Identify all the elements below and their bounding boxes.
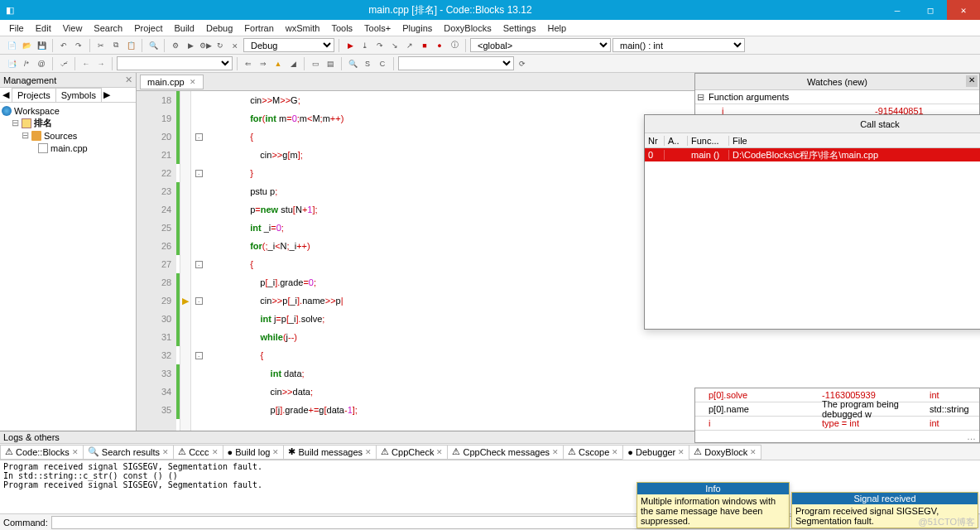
arrow2-icon[interactable]: ⇒ (257, 57, 270, 70)
cs-col-a[interactable]: A.. (665, 136, 688, 146)
file-tab-main[interactable]: main.cpp ✕ (140, 75, 204, 89)
minimize-button[interactable]: — (881, 0, 914, 20)
more-icon[interactable]: … (695, 431, 979, 442)
new-file-icon[interactable]: 📄 (5, 39, 18, 52)
info-icon[interactable]: ⓘ (448, 39, 461, 52)
menu-settings[interactable]: Settings (499, 23, 540, 33)
watch-row[interactable]: itype = intint (695, 417, 979, 431)
stop-debug-icon[interactable]: ■ (418, 39, 431, 52)
list-icon[interactable]: ▤ (324, 57, 337, 70)
menu-view[interactable]: View (59, 23, 87, 33)
cut-icon[interactable]: ✂ (94, 39, 108, 52)
log-tab-doxyblock[interactable]: ⚠DoxyBlock✕ (689, 445, 761, 460)
menu-tools+[interactable]: Tools+ (360, 23, 395, 33)
scope-right-select[interactable]: main() : int (612, 38, 745, 52)
menu-project[interactable]: Project (130, 23, 166, 33)
at-icon[interactable]: @ (35, 57, 48, 70)
watches-bottom-panel[interactable]: p[0].solve-1163005939intp[0].nameThe pro… (694, 388, 980, 443)
redo-icon[interactable]: ↷ (72, 39, 85, 52)
log-tab-cppcheck[interactable]: ⚠CppCheck✕ (376, 445, 448, 460)
file-tab-close-icon[interactable]: ✕ (190, 78, 196, 86)
tag-c-icon[interactable]: C (376, 57, 389, 70)
sel-icon[interactable]: ▭ (309, 57, 322, 70)
close-button[interactable]: ✕ (947, 0, 980, 20)
log-tab-code-blocks[interactable]: ⚠Code::Blocks✕ (0, 445, 84, 460)
watch-row[interactable]: p[0].nameThe program being debugged wstd… (695, 402, 979, 417)
cs-col-nr[interactable]: Nr (645, 136, 665, 146)
nav-back-icon[interactable]: ← (79, 57, 93, 70)
project-tree[interactable]: Workspace ⊟排名 ⊟Sources main.cpp (0, 103, 136, 431)
open-icon[interactable]: 📂 (20, 39, 33, 52)
eraser-icon[interactable]: ◢ (286, 57, 300, 70)
watches-panel[interactable]: Watches (new)✕ ⊟Function arguments j-915… (694, 73, 980, 119)
tag-s-icon[interactable]: S (361, 57, 374, 70)
menu-plugins[interactable]: Plugins (398, 23, 436, 33)
doxy-icon[interactable]: 📑 (5, 57, 18, 70)
abort-icon[interactable]: ⨯ (228, 39, 242, 52)
info-note[interactable]: Info Multiple information windows with t… (637, 482, 790, 528)
management-title: Management (3, 75, 56, 85)
log-tab-cccc[interactable]: ⚠Cccc✕ (173, 445, 223, 460)
breakpoint-icon[interactable]: ● (433, 39, 446, 52)
log-tab-cppcheck-messages[interactable]: ⚠CppCheck messages✕ (447, 445, 564, 460)
management-close-icon[interactable]: ✕ (125, 75, 132, 85)
menu-debug[interactable]: Debug (202, 23, 237, 33)
info-note-text: Multiple information windows with the sa… (641, 496, 776, 526)
tab-projects[interactable]: Projects (12, 88, 56, 102)
collapse-icon[interactable]: ⊟ (695, 92, 705, 103)
log-tab-debugger[interactable]: ●Debugger✕ (622, 445, 689, 460)
menu-tools[interactable]: Tools (327, 23, 357, 33)
log-tab-build-log[interactable]: ●Build log✕ (223, 445, 285, 460)
log-tab-cscope[interactable]: ⚠Cscope✕ (563, 445, 623, 460)
highlight-icon[interactable]: ▲ (271, 57, 285, 70)
copy-icon[interactable]: ⧉ (109, 39, 122, 52)
menu-help[interactable]: Help (543, 23, 570, 33)
debug-start-icon[interactable]: ▶ (343, 39, 357, 52)
save-icon[interactable]: 💾 (35, 39, 48, 52)
menu-search[interactable]: Search (89, 23, 127, 33)
nav-fwd-icon[interactable]: → (94, 57, 108, 70)
project-icon (22, 118, 31, 128)
log-tab-build-messages[interactable]: ✱Build messages✕ (283, 445, 377, 460)
menu-build[interactable]: Build (170, 23, 198, 33)
menu-edit[interactable]: Edit (31, 23, 55, 33)
menu-file[interactable]: File (5, 23, 28, 33)
build-run-icon[interactable]: ⚙▶ (199, 39, 212, 52)
tab-symbols[interactable]: Symbols (55, 88, 102, 102)
run-icon[interactable]: ▶ (184, 39, 197, 52)
menu-fortran[interactable]: Fortran (240, 23, 277, 33)
comment-icon[interactable]: /* (20, 57, 33, 70)
nav-left-icon[interactable]: ◀ (0, 88, 12, 102)
run-to-cursor-icon[interactable]: ⤓ (358, 39, 372, 52)
call-stack-row[interactable]: 0 main () D:\CodeBlocks\c程序\排名\main.cpp … (645, 148, 980, 161)
extra-select[interactable] (117, 56, 233, 70)
rebuild-icon[interactable]: ↻ (214, 39, 227, 52)
app-icon: ◧ (0, 5, 20, 16)
search-select[interactable] (398, 56, 514, 70)
build-icon[interactable]: ⚙ (169, 39, 182, 52)
watches-close-icon[interactable]: ✕ (966, 75, 978, 87)
log-tab-search-results[interactable]: 🔍Search results✕ (83, 445, 174, 460)
step-out-icon[interactable]: ↗ (403, 39, 416, 52)
menu-wxsmith[interactable]: wxSmith (281, 23, 324, 33)
refresh-icon[interactable]: ⟳ (516, 57, 529, 70)
search-small-icon[interactable]: 🔍 (346, 57, 359, 70)
fold-column[interactable]: ----- (191, 91, 206, 431)
marker-column[interactable]: ▶ (180, 91, 191, 431)
line-number-gutter[interactable]: 181920212223242526272829303132333435 (137, 91, 176, 431)
cs-col-file[interactable]: File (729, 136, 980, 146)
paste-icon[interactable]: 📋 (124, 39, 137, 52)
call-stack-window[interactable]: Call stack Nr A.. Func... File Line 0 ma… (644, 114, 980, 330)
menu-doxyblocks[interactable]: DoxyBlocks (440, 23, 495, 33)
find-icon[interactable]: 🔍 (147, 39, 160, 52)
cs-col-func[interactable]: Func... (688, 136, 729, 146)
step-over-icon[interactable]: ↷ (373, 39, 387, 52)
build-target-select[interactable]: Debug (243, 38, 334, 52)
scope-left-select[interactable]: <global> (470, 38, 611, 52)
fortran-icon[interactable]: ⍻ (57, 57, 70, 70)
undo-icon[interactable]: ↶ (57, 39, 70, 52)
step-into-icon[interactable]: ↘ (388, 39, 401, 52)
nav-right-icon[interactable]: ▶ (101, 88, 113, 102)
arrow-icon[interactable]: ⇐ (242, 57, 255, 70)
maximize-button[interactable]: □ (914, 0, 947, 20)
